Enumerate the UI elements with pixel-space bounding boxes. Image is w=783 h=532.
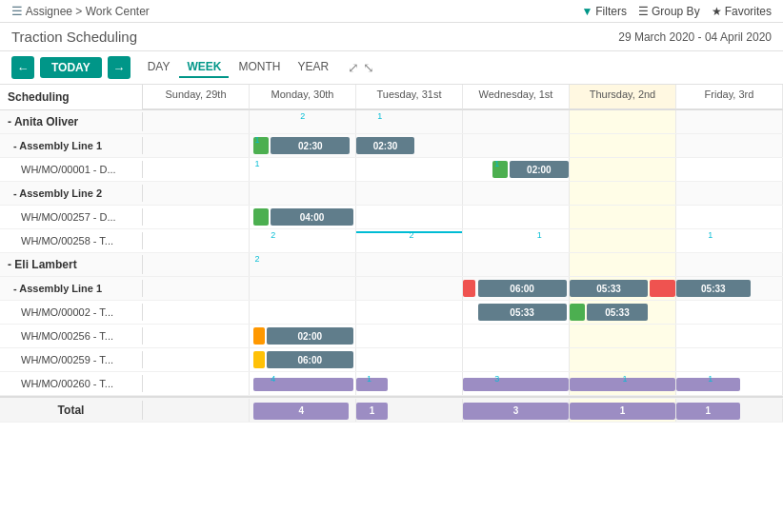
cell-a0 bbox=[143, 110, 250, 133]
prev-button[interactable]: ← bbox=[11, 56, 34, 79]
bar-red-h4 bbox=[650, 280, 675, 297]
bar-purple-l1 bbox=[253, 378, 352, 391]
label-wo258: WH/MO/00258 - T... bbox=[0, 232, 143, 249]
bar-slate-k1: 06:00 bbox=[267, 351, 353, 368]
count-b1: 1 bbox=[255, 135, 260, 145]
filters-button[interactable]: ▼ Filters bbox=[581, 5, 627, 18]
cell-e4 bbox=[570, 206, 676, 228]
row-total: Total 4 1 3 1 1 bbox=[0, 396, 783, 423]
cells-assembly1-anita: 1 02:30 02:30 bbox=[143, 134, 783, 157]
cell-k3 bbox=[463, 348, 570, 371]
cell-f2: 2 bbox=[356, 229, 463, 252]
day-col-2: Tuesday, 31st bbox=[356, 85, 463, 109]
cells-anita: 2 1 bbox=[143, 110, 783, 133]
label-wo256: WH/MO/00256 - T... bbox=[0, 327, 143, 345]
row-wo2: WH/MO/00002 - T... 05:33 05:33 bbox=[0, 301, 783, 325]
favorites-button[interactable]: ★ Favorites bbox=[712, 5, 772, 18]
bar-slate-h3: 06:00 bbox=[478, 280, 567, 297]
group-by-button[interactable]: ☰ Group By bbox=[638, 5, 700, 18]
tab-day[interactable]: DAY bbox=[140, 57, 178, 78]
cell-i5 bbox=[676, 301, 783, 324]
cell-d5 bbox=[676, 182, 783, 205]
nav-bar: ← TODAY → DAY WEEK MONTH YEAR ⤢ ⤡ bbox=[0, 51, 783, 85]
bar-total-t1: 4 bbox=[253, 403, 349, 420]
cell-f1: 2 bbox=[250, 229, 356, 252]
top-bar: Traction Scheduling 29 March 2020 - 04 A… bbox=[0, 23, 783, 51]
tab-week[interactable]: WEEK bbox=[179, 57, 229, 78]
expand-icon[interactable]: ⤢ bbox=[348, 60, 359, 75]
count-a1: 2 bbox=[300, 111, 305, 121]
row-assembly1-eli: - Assembly Line 1 06:00 05:33 05:33 bbox=[0, 277, 783, 301]
bar-green-i4 bbox=[570, 304, 585, 321]
cell-e0 bbox=[143, 206, 250, 228]
count-a2: 1 bbox=[377, 111, 382, 121]
cell-g5 bbox=[676, 253, 783, 276]
cell-d2 bbox=[356, 182, 463, 205]
day-col-0: Sunday, 29th bbox=[143, 85, 250, 109]
cell-h4: 05:33 bbox=[570, 277, 676, 300]
row-wo256: WH/MO/00256 - T... 02:00 bbox=[0, 325, 783, 348]
count-f2: 2 bbox=[410, 230, 414, 240]
count-l4: 1 bbox=[623, 374, 628, 384]
cell-l3: 3 bbox=[463, 372, 570, 395]
cells-wo256: 02:00 bbox=[143, 325, 783, 347]
cell-f4 bbox=[570, 229, 676, 252]
cell-k4 bbox=[570, 348, 676, 371]
cell-h5: 05:33 bbox=[676, 277, 783, 300]
bar-slate-i3: 05:33 bbox=[478, 304, 567, 321]
cell-e1: 04:00 bbox=[250, 206, 356, 228]
row-anita: - Anita Oliver 2 1 bbox=[0, 110, 783, 134]
cells-eli: 2 bbox=[143, 253, 783, 276]
cells-wo1: 1 1 02:00 bbox=[143, 158, 783, 181]
cell-b2: 02:30 bbox=[356, 134, 463, 157]
tab-month[interactable]: MONTH bbox=[231, 57, 288, 78]
cell-g1: 2 bbox=[250, 253, 356, 276]
cell-a1: 2 bbox=[250, 110, 356, 133]
gantt-body: - Anita Oliver 2 1 - Assembly Line 1 bbox=[0, 110, 783, 531]
label-wo257: WH/MO/00257 - D... bbox=[0, 208, 143, 226]
label-wo260: WH/MO/00260 - T... bbox=[0, 375, 143, 392]
collapse-icon[interactable]: ⤡ bbox=[363, 60, 374, 75]
cells-assembly2-anita bbox=[143, 182, 783, 205]
cell-l2: 1 bbox=[356, 372, 463, 395]
cells-wo260: 4 1 3 1 1 bbox=[143, 372, 783, 395]
cell-f0 bbox=[143, 229, 250, 252]
bar-slate-h4: 05:33 bbox=[570, 280, 648, 297]
cell-i1 bbox=[250, 301, 356, 324]
next-button[interactable]: → bbox=[108, 56, 130, 79]
count-l5: 1 bbox=[708, 374, 713, 384]
cell-g4 bbox=[570, 253, 676, 276]
filters-bar: ☰ Assignee > Work Center ▼ Filters ☰ Gro… bbox=[0, 0, 783, 23]
bar-total-t3: 3 bbox=[463, 403, 569, 420]
row-assembly2-anita: - Assembly Line 2 bbox=[0, 182, 783, 206]
label-anita: - Anita Oliver bbox=[0, 112, 143, 131]
cells-wo259: 06:00 bbox=[143, 348, 783, 371]
bar-total-t2: 1 bbox=[356, 403, 388, 420]
row-wo257: WH/MO/00257 - D... 04:00 bbox=[0, 206, 783, 229]
cell-l5: 1 bbox=[676, 372, 783, 395]
cell-l0 bbox=[143, 372, 250, 395]
count-l2: 1 bbox=[367, 374, 371, 384]
cell-j1: 02:00 bbox=[250, 325, 356, 347]
count-g1: 2 bbox=[255, 254, 260, 264]
cells-wo2: 05:33 05:33 bbox=[143, 301, 783, 324]
cell-e2 bbox=[356, 206, 463, 228]
cell-f3: 1 bbox=[463, 229, 570, 252]
cell-c3: 1 02:00 bbox=[463, 158, 570, 181]
cell-c4 bbox=[570, 158, 676, 181]
cell-j3 bbox=[463, 325, 570, 347]
bar-slate-b1: 02:30 bbox=[271, 137, 350, 154]
cell-g3 bbox=[463, 253, 570, 276]
label-wo1: WH/MO/00001 - D... bbox=[0, 161, 143, 178]
cell-b0 bbox=[143, 134, 250, 157]
today-button[interactable]: TODAY bbox=[40, 57, 102, 78]
tab-year[interactable]: YEAR bbox=[290, 57, 336, 78]
gantt-header: Scheduling Sunday, 29th Monday, 30th Tue… bbox=[0, 85, 783, 110]
cell-a3 bbox=[463, 110, 570, 133]
cells-total: 4 1 3 1 1 bbox=[143, 399, 783, 422]
cell-e3 bbox=[463, 206, 570, 228]
cell-d3 bbox=[463, 182, 570, 205]
cell-c1: 1 bbox=[250, 158, 356, 181]
row-wo259: WH/MO/00259 - T... 06:00 bbox=[0, 348, 783, 372]
day-col-3: Wednesday, 1st bbox=[463, 85, 570, 109]
